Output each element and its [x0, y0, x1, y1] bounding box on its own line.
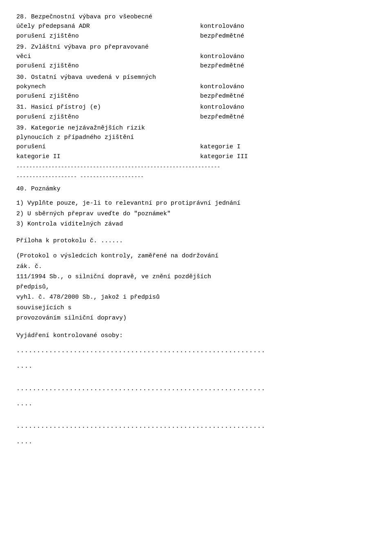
section-29-row3: porušení zjištěno bezpředmětné	[16, 61, 376, 71]
dotted-line-2: ....	[16, 362, 376, 371]
dotted-line-3: ........................................…	[16, 384, 376, 393]
appendix-line4: předpisů,	[16, 282, 376, 292]
section-40: 40. Poznámky	[16, 184, 376, 194]
appendix-line2: zák. č.	[16, 262, 376, 271]
notes-list: 1) Vyplňte pouze, je-li to relevantní pr…	[16, 199, 376, 229]
appendix-line6: souvisejících s	[16, 303, 376, 313]
appendix-section: Příloha k protokolu č. ...... (Protokol …	[16, 236, 376, 323]
statement-section: Vyjádření kontrolované osoby:	[16, 331, 376, 340]
dotted-lines: ........................................…	[16, 346, 376, 447]
separator-line-1: ----------------------------------------…	[16, 163, 376, 171]
note-3: 3) Kontrola viditelných závad	[16, 219, 376, 229]
appendix-line7: provozováním silniční dopravy)	[16, 313, 376, 323]
section-30-line1: 30. Ostatní výbava uvedená v písemných	[16, 73, 376, 82]
section-28-line1: 28. Bezpečnostní výbava pro všeobecné	[16, 12, 376, 22]
blank-space-2	[16, 412, 376, 416]
section-30: 30. Ostatní výbava uvedená v písemných p…	[16, 73, 376, 101]
section-39-row3: porušení kategorie I	[16, 142, 376, 152]
section-28: 28. Bezpečnostní výbava pro všeobecné úč…	[16, 12, 376, 41]
document-content: 28. Bezpečnostní výbava pro všeobecné úč…	[16, 12, 376, 447]
section-30-row2: pokynech kontrolováno	[16, 82, 376, 92]
dotted-line-5: ........................................…	[16, 422, 376, 431]
section-39-row4: kategorie II kategorie III	[16, 152, 376, 161]
dotted-line-6: ....	[16, 437, 376, 447]
section-39-line1: 39. Kategorie nejzávažnějších rizik	[16, 123, 376, 133]
section-28-row2: účely předepsaná ADR kontrolováno	[16, 22, 376, 31]
section-29-line1: 29. Zvláštní výbava pro přepravované	[16, 42, 376, 52]
section-40-title: 40. Poznámky	[16, 184, 376, 194]
appendix-title: Příloha k protokolu č. ......	[16, 236, 376, 246]
section-29: 29. Zvláštní výbava pro přepravované věc…	[16, 42, 376, 71]
dotted-line-1: ........................................…	[16, 346, 376, 355]
dotted-line-4: ....	[16, 399, 376, 409]
section-29-row2: věci kontrolováno	[16, 52, 376, 61]
note-2: 2) U sběrných přeprav uveďte do "poznáme…	[16, 209, 376, 219]
blank-space-1	[16, 374, 376, 378]
section-39-line2: plynoucích z případného zjištění	[16, 133, 376, 142]
section-39: 39. Kategorie nejzávažnějších rizik plyn…	[16, 123, 376, 161]
section-31-row2: porušení zjištěno bezpředmětné	[16, 112, 376, 122]
note-1: 1) Vyplňte pouze, je-li to relevantní pr…	[16, 199, 376, 208]
section-30-row3: porušení zjištěno bezpředmětné	[16, 92, 376, 101]
section-31-row1: 31. Hasicí přístroj (e) kontrolováno	[16, 103, 376, 112]
separator-line-2: ------------------- --------------------	[16, 173, 376, 181]
section-28-row3: porušení zjištěno bezpředmětné	[16, 31, 376, 41]
appendix-line1: (Protokol o výsledcích kontroly, zaměřen…	[16, 251, 376, 261]
appendix-line3: 111/1994 Sb., o silniční dopravě, ve zně…	[16, 272, 376, 282]
statement-label: Vyjádření kontrolované osoby:	[16, 331, 376, 340]
section-31: 31. Hasicí přístroj (e) kontrolováno por…	[16, 103, 376, 122]
appendix-line5: vyhl. č. 478/2000 Sb., jakož i předpisů	[16, 293, 376, 302]
